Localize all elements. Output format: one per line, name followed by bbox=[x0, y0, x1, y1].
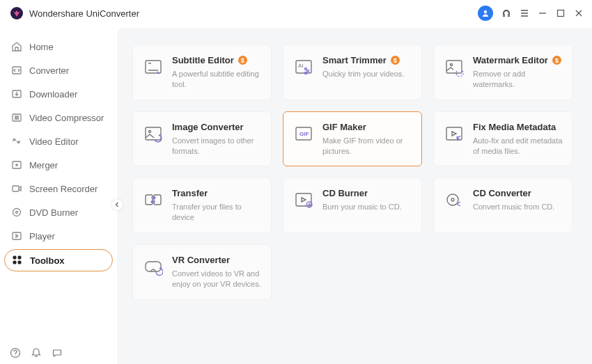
card-body: CD Burner Burn your music to CD. bbox=[322, 188, 413, 223]
card-description: Quicky trim your videos. bbox=[322, 69, 413, 79]
card-title-row: Watermark Editor $ bbox=[473, 55, 563, 65]
nav-label: Home bbox=[29, 42, 54, 52]
nav-label: Player bbox=[29, 231, 55, 242]
card-title-row: GIF Maker bbox=[322, 122, 413, 132]
svg-point-33 bbox=[447, 194, 458, 205]
sidebar: HomeConverterDownloaderVideo CompressorV… bbox=[0, 26, 117, 364]
card-body: Subtitle Editor $ A powerful subtitle ed… bbox=[172, 55, 263, 90]
svg-point-32 bbox=[309, 204, 310, 205]
svg-point-19 bbox=[305, 68, 307, 70]
sidebar-item-toolbox[interactable]: Toolbox bbox=[4, 249, 113, 271]
svg-rect-21 bbox=[446, 61, 462, 73]
tool-card-vr-converter[interactable]: VR Converter Convert videos to VR and en… bbox=[132, 244, 272, 300]
svg-rect-11 bbox=[13, 256, 16, 259]
nav-label: Converter bbox=[29, 65, 69, 76]
premium-badge-icon: $ bbox=[391, 56, 400, 65]
card-description: Remove or add watermarks. bbox=[473, 69, 563, 90]
home-icon bbox=[11, 41, 22, 52]
editor-icon bbox=[11, 136, 22, 147]
user-avatar-icon[interactable] bbox=[478, 6, 493, 21]
svg-text:GIF: GIF bbox=[299, 131, 309, 137]
svg-rect-10 bbox=[13, 232, 21, 239]
tool-grid: Subtitle Editor $ A powerful subtitle ed… bbox=[132, 45, 577, 300]
card-description: Convert videos to VR and enjoy on your V… bbox=[172, 269, 263, 290]
minimize-button[interactable] bbox=[538, 8, 547, 18]
downloader-icon bbox=[11, 88, 22, 100]
card-title: Image Converter bbox=[172, 122, 244, 132]
card-title: VR Converter bbox=[172, 255, 230, 265]
card-title: GIF Maker bbox=[322, 122, 366, 132]
card-title-row: Subtitle Editor $ bbox=[172, 55, 263, 65]
card-body: Transfer Transfer your files to device bbox=[172, 188, 263, 223]
sidebar-item-player[interactable]: Player bbox=[4, 225, 113, 246]
cdconv-icon bbox=[444, 189, 465, 210]
card-body: VR Converter Convert videos to VR and en… bbox=[172, 255, 263, 290]
svg-rect-29 bbox=[154, 195, 161, 205]
card-title-row: CD Burner bbox=[322, 188, 413, 198]
recorder-icon bbox=[11, 183, 22, 194]
tool-card-gif-maker[interactable]: GIF GIF Maker Make GIF from video or pic… bbox=[283, 111, 422, 167]
svg-point-22 bbox=[451, 64, 453, 66]
help-icon[interactable] bbox=[10, 347, 21, 358]
sidebar-item-merger[interactable]: Merger bbox=[4, 155, 113, 175]
card-title-row: VR Converter bbox=[172, 255, 263, 265]
tool-card-watermark-editor[interactable]: Watermark Editor $ Remove or add waterma… bbox=[433, 45, 572, 100]
notification-icon[interactable] bbox=[31, 347, 42, 358]
maximize-button[interactable] bbox=[556, 8, 566, 18]
sidebar-item-converter[interactable]: Converter bbox=[4, 60, 113, 81]
sidebar-collapse-icon[interactable] bbox=[111, 199, 123, 210]
card-title-row: Image Converter bbox=[172, 122, 263, 132]
nav-label: Downloader bbox=[29, 89, 77, 100]
watermark-icon bbox=[444, 56, 465, 77]
svg-point-34 bbox=[451, 198, 454, 201]
feedback-icon[interactable] bbox=[52, 347, 63, 358]
card-body: Fix Media Metadata Auto-fix and edit met… bbox=[473, 122, 563, 157]
tool-card-cd-burner[interactable]: CD Burner Burn your music to CD. bbox=[283, 177, 422, 233]
player-icon bbox=[11, 230, 22, 242]
svg-rect-35 bbox=[146, 262, 161, 271]
main-panel: Subtitle Editor $ A powerful subtitle ed… bbox=[117, 28, 592, 364]
svg-point-9 bbox=[16, 212, 18, 214]
sidebar-item-video-compressor[interactable]: Video Compressor bbox=[4, 107, 113, 128]
vr-icon bbox=[143, 256, 164, 277]
tool-card-smart-trimmer[interactable]: AI Smart Trimmer $ Quicky trim your vide… bbox=[283, 45, 422, 100]
card-title-row: Fix Media Metadata bbox=[473, 122, 563, 132]
nav-list: HomeConverterDownloaderVideo CompressorV… bbox=[0, 26, 117, 340]
card-body: GIF Maker Make GIF from video or picture… bbox=[322, 122, 413, 157]
transfer-icon bbox=[143, 189, 164, 210]
card-body: Watermark Editor $ Remove or add waterma… bbox=[473, 55, 563, 90]
app-logo-icon bbox=[10, 6, 24, 20]
converter-icon bbox=[11, 65, 22, 76]
tool-card-fix-media-metadata[interactable]: Fix Media Metadata Auto-fix and edit met… bbox=[433, 111, 572, 167]
sidebar-item-downloader[interactable]: Downloader bbox=[4, 84, 113, 104]
premium-badge-icon: $ bbox=[552, 56, 561, 65]
tool-card-cd-converter[interactable]: CD Converter Convert music from CD. bbox=[433, 177, 572, 233]
svg-rect-12 bbox=[18, 256, 21, 259]
support-icon[interactable] bbox=[501, 8, 511, 18]
nav-label: Video Editor bbox=[29, 136, 79, 147]
svg-rect-14 bbox=[18, 261, 21, 264]
card-title: Watermark Editor bbox=[473, 55, 548, 65]
tool-card-subtitle-editor[interactable]: Subtitle Editor $ A powerful subtitle ed… bbox=[132, 45, 272, 100]
menu-icon[interactable] bbox=[520, 8, 529, 18]
close-button[interactable] bbox=[574, 8, 584, 18]
tool-card-image-converter[interactable]: Image Converter Convert images to other … bbox=[132, 111, 272, 167]
sidebar-footer bbox=[0, 340, 117, 364]
sidebar-item-video-editor[interactable]: Video Editor bbox=[4, 131, 113, 152]
svg-point-1 bbox=[484, 10, 487, 13]
card-description: Make GIF from video or pictures. bbox=[322, 136, 413, 157]
sidebar-item-dvd-burner[interactable]: DVD Burner bbox=[4, 202, 113, 223]
svg-rect-23 bbox=[146, 127, 161, 140]
tool-card-transfer[interactable]: Transfer Transfer your files to device bbox=[132, 177, 272, 233]
svg-rect-27 bbox=[446, 127, 462, 140]
card-title: Subtitle Editor bbox=[172, 55, 234, 65]
card-body: Image Converter Convert images to other … bbox=[172, 122, 263, 157]
card-title: CD Burner bbox=[322, 188, 368, 198]
sidebar-item-screen-recorder[interactable]: Screen Recorder bbox=[4, 178, 113, 199]
card-title-row: CD Converter bbox=[473, 188, 563, 198]
svg-point-8 bbox=[13, 209, 21, 216]
imageconv-icon bbox=[143, 123, 164, 144]
sidebar-item-home[interactable]: Home bbox=[4, 36, 113, 57]
cdburner-icon bbox=[293, 189, 314, 210]
compressor-icon bbox=[11, 112, 22, 123]
